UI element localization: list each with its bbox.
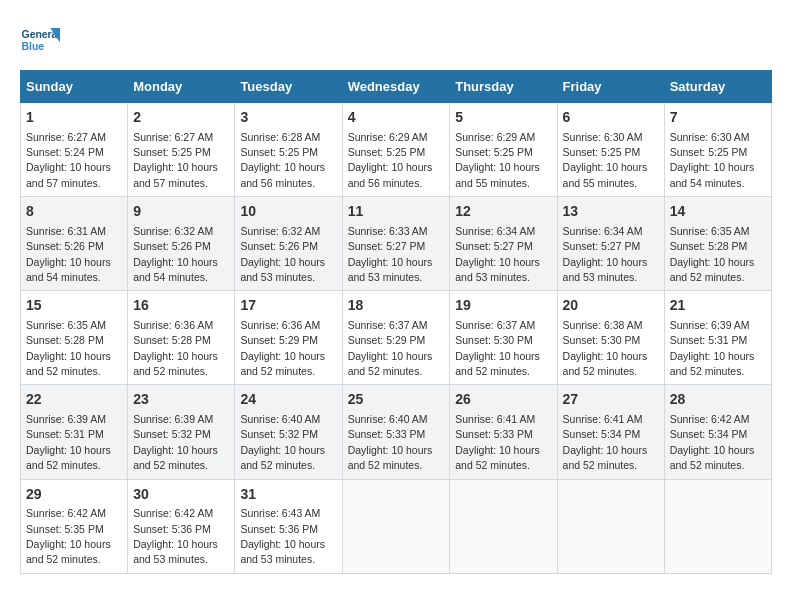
day-info: Sunrise: 6:34 AMSunset: 5:27 PMDaylight:… xyxy=(455,225,540,283)
day-number: 13 xyxy=(563,202,659,222)
calendar-cell: 9Sunrise: 6:32 AMSunset: 5:26 PMDaylight… xyxy=(128,197,235,291)
calendar-cell: 15Sunrise: 6:35 AMSunset: 5:28 PMDayligh… xyxy=(21,291,128,385)
day-info: Sunrise: 6:39 AMSunset: 5:31 PMDaylight:… xyxy=(26,413,111,471)
calendar-cell: 29Sunrise: 6:42 AMSunset: 5:35 PMDayligh… xyxy=(21,479,128,573)
calendar-cell: 24Sunrise: 6:40 AMSunset: 5:32 PMDayligh… xyxy=(235,385,342,479)
day-number: 4 xyxy=(348,108,445,128)
day-info: Sunrise: 6:42 AMSunset: 5:34 PMDaylight:… xyxy=(670,413,755,471)
calendar-cell xyxy=(664,479,771,573)
calendar-cell xyxy=(557,479,664,573)
day-number: 5 xyxy=(455,108,551,128)
day-info: Sunrise: 6:35 AMSunset: 5:28 PMDaylight:… xyxy=(670,225,755,283)
calendar-cell: 10Sunrise: 6:32 AMSunset: 5:26 PMDayligh… xyxy=(235,197,342,291)
day-number: 25 xyxy=(348,390,445,410)
calendar-cell xyxy=(342,479,450,573)
calendar-cell: 30Sunrise: 6:42 AMSunset: 5:36 PMDayligh… xyxy=(128,479,235,573)
calendar-cell: 5Sunrise: 6:29 AMSunset: 5:25 PMDaylight… xyxy=(450,103,557,197)
calendar-week-3: 15Sunrise: 6:35 AMSunset: 5:28 PMDayligh… xyxy=(21,291,772,385)
calendar-cell: 6Sunrise: 6:30 AMSunset: 5:25 PMDaylight… xyxy=(557,103,664,197)
day-number: 16 xyxy=(133,296,229,316)
header-monday: Monday xyxy=(128,71,235,103)
day-number: 18 xyxy=(348,296,445,316)
day-info: Sunrise: 6:32 AMSunset: 5:26 PMDaylight:… xyxy=(133,225,218,283)
day-number: 9 xyxy=(133,202,229,222)
calendar-cell: 11Sunrise: 6:33 AMSunset: 5:27 PMDayligh… xyxy=(342,197,450,291)
header-wednesday: Wednesday xyxy=(342,71,450,103)
day-info: Sunrise: 6:33 AMSunset: 5:27 PMDaylight:… xyxy=(348,225,433,283)
day-info: Sunrise: 6:41 AMSunset: 5:34 PMDaylight:… xyxy=(563,413,648,471)
calendar-cell: 16Sunrise: 6:36 AMSunset: 5:28 PMDayligh… xyxy=(128,291,235,385)
day-info: Sunrise: 6:27 AMSunset: 5:25 PMDaylight:… xyxy=(133,131,218,189)
calendar-cell: 21Sunrise: 6:39 AMSunset: 5:31 PMDayligh… xyxy=(664,291,771,385)
day-number: 10 xyxy=(240,202,336,222)
page-header: General Blue xyxy=(20,20,772,60)
calendar-cell: 22Sunrise: 6:39 AMSunset: 5:31 PMDayligh… xyxy=(21,385,128,479)
svg-text:Blue: Blue xyxy=(22,41,45,52)
calendar-cell: 20Sunrise: 6:38 AMSunset: 5:30 PMDayligh… xyxy=(557,291,664,385)
day-number: 24 xyxy=(240,390,336,410)
calendar-cell: 27Sunrise: 6:41 AMSunset: 5:34 PMDayligh… xyxy=(557,385,664,479)
header-friday: Friday xyxy=(557,71,664,103)
calendar-header-row: SundayMondayTuesdayWednesdayThursdayFrid… xyxy=(21,71,772,103)
header-saturday: Saturday xyxy=(664,71,771,103)
day-info: Sunrise: 6:30 AMSunset: 5:25 PMDaylight:… xyxy=(563,131,648,189)
day-info: Sunrise: 6:35 AMSunset: 5:28 PMDaylight:… xyxy=(26,319,111,377)
day-info: Sunrise: 6:42 AMSunset: 5:35 PMDaylight:… xyxy=(26,507,111,565)
day-number: 28 xyxy=(670,390,766,410)
calendar-cell: 14Sunrise: 6:35 AMSunset: 5:28 PMDayligh… xyxy=(664,197,771,291)
day-number: 19 xyxy=(455,296,551,316)
calendar-cell: 25Sunrise: 6:40 AMSunset: 5:33 PMDayligh… xyxy=(342,385,450,479)
day-info: Sunrise: 6:42 AMSunset: 5:36 PMDaylight:… xyxy=(133,507,218,565)
day-info: Sunrise: 6:43 AMSunset: 5:36 PMDaylight:… xyxy=(240,507,325,565)
day-info: Sunrise: 6:36 AMSunset: 5:29 PMDaylight:… xyxy=(240,319,325,377)
calendar-cell: 31Sunrise: 6:43 AMSunset: 5:36 PMDayligh… xyxy=(235,479,342,573)
day-info: Sunrise: 6:34 AMSunset: 5:27 PMDaylight:… xyxy=(563,225,648,283)
day-number: 22 xyxy=(26,390,122,410)
day-number: 7 xyxy=(670,108,766,128)
calendar-cell xyxy=(450,479,557,573)
day-info: Sunrise: 6:29 AMSunset: 5:25 PMDaylight:… xyxy=(455,131,540,189)
calendar-week-2: 8Sunrise: 6:31 AMSunset: 5:26 PMDaylight… xyxy=(21,197,772,291)
day-info: Sunrise: 6:27 AMSunset: 5:24 PMDaylight:… xyxy=(26,131,111,189)
calendar-cell: 7Sunrise: 6:30 AMSunset: 5:25 PMDaylight… xyxy=(664,103,771,197)
day-info: Sunrise: 6:37 AMSunset: 5:30 PMDaylight:… xyxy=(455,319,540,377)
day-info: Sunrise: 6:38 AMSunset: 5:30 PMDaylight:… xyxy=(563,319,648,377)
day-number: 20 xyxy=(563,296,659,316)
day-info: Sunrise: 6:39 AMSunset: 5:31 PMDaylight:… xyxy=(670,319,755,377)
calendar-cell: 23Sunrise: 6:39 AMSunset: 5:32 PMDayligh… xyxy=(128,385,235,479)
calendar-cell: 2Sunrise: 6:27 AMSunset: 5:25 PMDaylight… xyxy=(128,103,235,197)
day-info: Sunrise: 6:30 AMSunset: 5:25 PMDaylight:… xyxy=(670,131,755,189)
header-thursday: Thursday xyxy=(450,71,557,103)
calendar-cell: 3Sunrise: 6:28 AMSunset: 5:25 PMDaylight… xyxy=(235,103,342,197)
day-number: 11 xyxy=(348,202,445,222)
logo: General Blue xyxy=(20,20,64,60)
day-number: 23 xyxy=(133,390,229,410)
day-number: 21 xyxy=(670,296,766,316)
day-number: 8 xyxy=(26,202,122,222)
calendar-cell: 4Sunrise: 6:29 AMSunset: 5:25 PMDaylight… xyxy=(342,103,450,197)
day-info: Sunrise: 6:41 AMSunset: 5:33 PMDaylight:… xyxy=(455,413,540,471)
calendar-cell: 8Sunrise: 6:31 AMSunset: 5:26 PMDaylight… xyxy=(21,197,128,291)
calendar-cell: 12Sunrise: 6:34 AMSunset: 5:27 PMDayligh… xyxy=(450,197,557,291)
day-number: 29 xyxy=(26,485,122,505)
calendar-cell: 1Sunrise: 6:27 AMSunset: 5:24 PMDaylight… xyxy=(21,103,128,197)
day-number: 14 xyxy=(670,202,766,222)
day-number: 26 xyxy=(455,390,551,410)
day-number: 1 xyxy=(26,108,122,128)
day-info: Sunrise: 6:28 AMSunset: 5:25 PMDaylight:… xyxy=(240,131,325,189)
logo-icon: General Blue xyxy=(20,20,60,60)
day-info: Sunrise: 6:40 AMSunset: 5:33 PMDaylight:… xyxy=(348,413,433,471)
header-tuesday: Tuesday xyxy=(235,71,342,103)
day-number: 17 xyxy=(240,296,336,316)
day-number: 27 xyxy=(563,390,659,410)
day-info: Sunrise: 6:32 AMSunset: 5:26 PMDaylight:… xyxy=(240,225,325,283)
header-sunday: Sunday xyxy=(21,71,128,103)
day-number: 12 xyxy=(455,202,551,222)
day-number: 2 xyxy=(133,108,229,128)
day-number: 3 xyxy=(240,108,336,128)
calendar-cell: 26Sunrise: 6:41 AMSunset: 5:33 PMDayligh… xyxy=(450,385,557,479)
day-number: 6 xyxy=(563,108,659,128)
day-info: Sunrise: 6:39 AMSunset: 5:32 PMDaylight:… xyxy=(133,413,218,471)
day-number: 31 xyxy=(240,485,336,505)
day-info: Sunrise: 6:29 AMSunset: 5:25 PMDaylight:… xyxy=(348,131,433,189)
